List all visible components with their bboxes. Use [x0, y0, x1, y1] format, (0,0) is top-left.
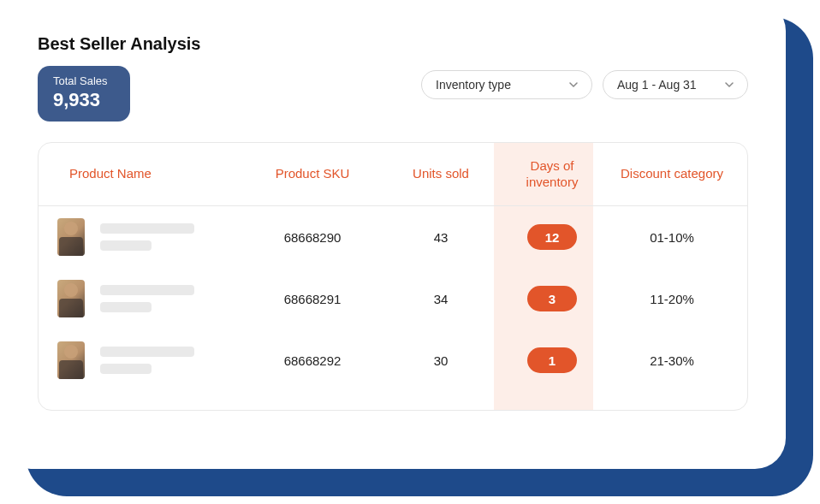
- table-body: 68668290 43 12 01-10% 6866: [39, 206, 747, 410]
- units-sold-cell: 43: [381, 223, 501, 252]
- product-cell: [39, 335, 244, 386]
- col-product-sku: Product SKU: [244, 157, 381, 191]
- product-thumbnail: [57, 341, 85, 379]
- table-spacer: [39, 391, 747, 410]
- product-thumbnail: [57, 280, 85, 317]
- discount-cell: 01-10%: [603, 223, 740, 252]
- product-thumbnail: [57, 218, 85, 256]
- product-name-placeholder: [100, 223, 194, 251]
- products-table: Product Name Product SKU Units sold Days…: [38, 142, 748, 411]
- days-inventory-cell: 12: [501, 217, 603, 257]
- placeholder-line: [100, 285, 194, 295]
- discount-cell: 11-20%: [603, 285, 740, 313]
- filter-dropdowns: Inventory type Aug 1 - Aug 31: [421, 70, 748, 99]
- units-sold-cell: 30: [381, 347, 501, 375]
- product-name-placeholder: [100, 285, 194, 312]
- col-units-sold: Units sold: [381, 157, 501, 191]
- days-inventory-cell: 1: [501, 341, 603, 380]
- product-name-placeholder: [100, 347, 194, 374]
- table-header-row: Product Name Product SKU Units sold Days…: [39, 143, 747, 206]
- placeholder-line: [100, 364, 152, 374]
- date-range-label: Aug 1 - Aug 31: [617, 78, 697, 92]
- inventory-type-dropdown[interactable]: Inventory type: [421, 70, 592, 99]
- chevron-down-icon: [725, 82, 734, 87]
- discount-cell: 21-30%: [603, 347, 740, 375]
- col-product-name: Product Name: [39, 157, 244, 191]
- analysis-card: Best Seller Analysis Total Sales 9,933 I…: [0, 0, 786, 469]
- days-inventory-pill: 12: [527, 224, 577, 250]
- table-row: 68668292 30 1 21-30%: [39, 329, 747, 391]
- placeholder-line: [100, 240, 152, 251]
- placeholder-line: [100, 347, 194, 357]
- units-sold-cell: 34: [381, 285, 501, 313]
- product-cell: [39, 273, 244, 324]
- table-row: 68668290 43 12 01-10%: [39, 206, 747, 268]
- placeholder-line: [100, 223, 194, 234]
- chevron-down-icon: [569, 82, 578, 87]
- placeholder-line: [100, 302, 152, 312]
- date-range-dropdown[interactable]: Aug 1 - Aug 31: [603, 70, 748, 99]
- sku-cell: 68668290: [244, 223, 381, 252]
- total-sales-label: Total Sales: [53, 74, 108, 87]
- days-inventory-pill: 1: [527, 347, 577, 373]
- col-discount-category: Discount category: [603, 157, 740, 191]
- inventory-type-label: Inventory type: [436, 78, 511, 92]
- page-title: Best Seller Analysis: [38, 34, 200, 54]
- header-row: Best Seller Analysis Total Sales 9,933 I…: [38, 34, 748, 122]
- title-block: Best Seller Analysis Total Sales 9,933: [38, 34, 200, 122]
- days-inventory-pill: 3: [527, 286, 577, 311]
- product-cell: [39, 211, 244, 263]
- sku-cell: 68668291: [244, 285, 381, 313]
- total-sales-value: 9,933: [53, 89, 100, 111]
- col-days-inventory: Days of inventory: [501, 150, 603, 199]
- table-row: 68668291 34 3 11-20%: [39, 268, 747, 329]
- days-inventory-cell: 3: [501, 279, 603, 318]
- total-sales-card: Total Sales 9,933: [38, 66, 130, 122]
- sku-cell: 68668292: [244, 347, 381, 375]
